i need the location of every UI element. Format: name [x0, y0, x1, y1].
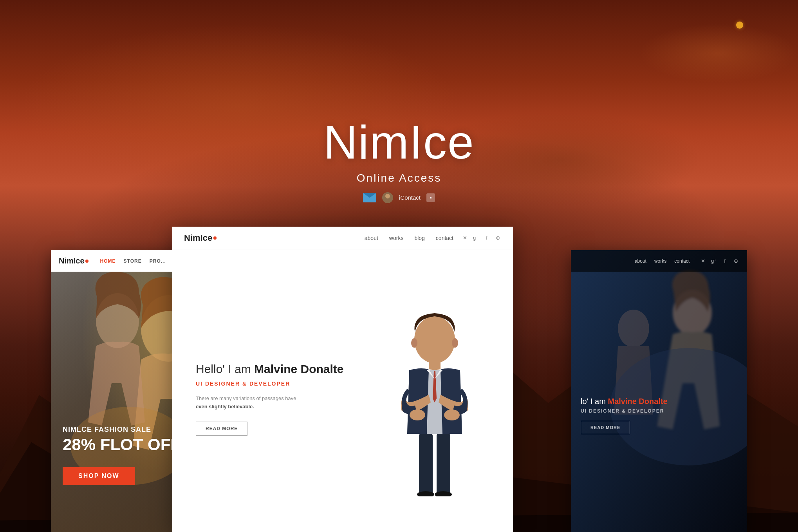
twitter-icon[interactable]: ✕: [461, 234, 468, 242]
card-right-dark: about works contact ✕ g⁺ f ⊕ lo' I am Ma…: [571, 250, 747, 532]
nav-store[interactable]: STORE: [124, 258, 142, 264]
nav-pro[interactable]: PRO...: [150, 258, 166, 264]
svg-rect-11: [437, 434, 450, 496]
hello-intro: Hello' I am: [196, 362, 254, 375]
sale-label: NIMLCE FASHION SALE: [63, 426, 219, 434]
svg-point-9: [444, 409, 460, 420]
card-left-nav-links: HOME STORE PRO...: [100, 258, 166, 264]
right-hello-text: lo' I am Malvine Donalte: [581, 397, 677, 406]
card-right-text-block: lo' I am Malvine Donalte UI DESIGNER & D…: [581, 397, 677, 434]
svg-point-7: [452, 338, 458, 348]
svg-point-6: [411, 338, 417, 348]
person-icon[interactable]: [382, 192, 393, 203]
mail-icon[interactable]: [363, 193, 376, 202]
svg-point-4: [414, 316, 455, 363]
person-in-suit-svg: [380, 301, 489, 496]
card-center-portfolio: NimIce about works blog contact ✕ g⁺ f ⊕…: [172, 227, 513, 532]
right-nav-about[interactable]: about: [635, 258, 646, 264]
card-right-social: ✕ g⁺ f ⊕: [699, 258, 739, 265]
pinterest-icon[interactable]: ⊕: [494, 234, 501, 242]
right-nav-contact[interactable]: contact: [674, 258, 690, 264]
hero-title: NimIce: [323, 116, 474, 168]
right-pin-icon[interactable]: ⊕: [732, 258, 739, 265]
center-person-figure: [380, 301, 489, 496]
card-center-text: Hello' I am Malvine Donalte UI DESIGNER …: [196, 361, 380, 436]
card-left-nav: NimIce HOME STORE PRO...: [51, 250, 227, 272]
person-name: Malvine Donalte: [254, 362, 343, 375]
facebook-icon[interactable]: f: [483, 234, 490, 242]
nav-blog[interactable]: blog: [414, 235, 424, 241]
card-center-nav-links: about works blog contact: [365, 235, 453, 241]
card-center-logo: NimIce: [184, 233, 217, 243]
center-logo-dot: [213, 236, 217, 240]
svg-rect-5: [429, 359, 441, 370]
card-right-background: [571, 250, 747, 532]
right-gplus-icon[interactable]: g⁺: [710, 258, 717, 265]
google-plus-icon[interactable]: g⁺: [472, 234, 479, 242]
right-role: UI DESIGNER & DEVELOPER: [581, 408, 677, 414]
cards-container: NimIce HOME STORE PRO... NIMLCE FASHION …: [0, 227, 798, 532]
center-nav-social: ✕ g⁺ f ⊕: [461, 234, 501, 242]
card-left-text-block: NIMLCE FASHION SALE 28% FLOT OFFE...: [63, 426, 219, 454]
svg-rect-10: [419, 434, 433, 496]
hero-subtitle: Online Access: [357, 172, 441, 184]
card-center-content: Hello' I am Malvine Donalte UI DESIGNER …: [172, 249, 513, 532]
nav-about[interactable]: about: [365, 235, 378, 241]
right-person-name: Malvine Donalte: [608, 397, 667, 406]
hello-text: Hello' I am Malvine Donalte: [196, 361, 364, 377]
right-read-more-button[interactable]: READ MORE: [581, 421, 630, 434]
designer-desc: There are many variations of passages ha…: [196, 395, 298, 411]
discount-text: 28% FLOT OFFE...: [63, 436, 219, 454]
designer-role: UI DESIGNER & DEVELOPER: [196, 381, 364, 387]
right-twitter-icon[interactable]: ✕: [699, 258, 706, 265]
svg-point-16: [618, 310, 649, 347]
card-left-logo: NimIce: [59, 256, 88, 265]
right-nav-works[interactable]: works: [654, 258, 666, 264]
shop-now-button[interactable]: ShOp Now: [63, 467, 135, 485]
right-bg-svg: [571, 250, 747, 532]
nav-works[interactable]: works: [389, 235, 404, 241]
card-right-nav: about works contact ✕ g⁺ f ⊕: [571, 250, 747, 272]
icontact-label: iContact: [399, 194, 421, 201]
logo-dot: [85, 260, 88, 263]
nav-home[interactable]: HOME: [100, 258, 116, 264]
nav-contact[interactable]: contact: [436, 235, 453, 241]
hero-icons-row: iContact ▪: [363, 192, 435, 203]
svg-point-8: [410, 409, 425, 420]
card-right-nav-links: about works contact: [635, 258, 690, 264]
right-facebook-icon[interactable]: f: [721, 258, 728, 265]
social-icon-small[interactable]: ▪: [426, 193, 435, 202]
card-center-nav: NimIce about works blog contact ✕ g⁺ f ⊕: [172, 227, 513, 249]
